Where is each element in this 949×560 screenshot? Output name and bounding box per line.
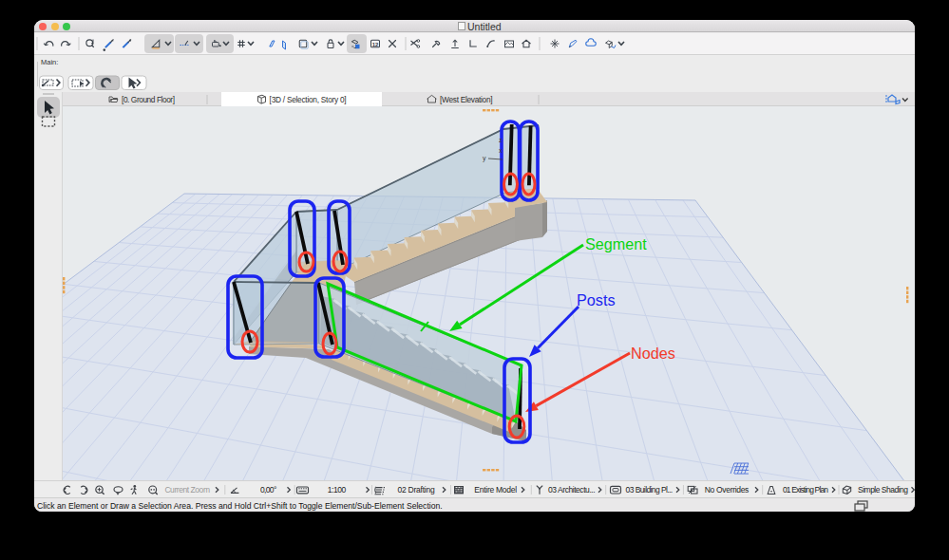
svg-text:Posts: Posts (577, 291, 616, 308)
svg-text:[3D / Selection, Story 0]: [3D / Selection, Story 0] (270, 95, 347, 104)
svg-text:[West Elevation]: [West Elevation] (440, 95, 493, 104)
svg-text:Main:: Main: (41, 58, 58, 66)
svg-text:y: y (483, 155, 486, 162)
svg-text:Entire Model: Entire Model (474, 485, 517, 495)
svg-text:No Overrides: No Overrides (705, 485, 750, 495)
svg-text:Simple Shading: Simple Shading (858, 485, 908, 495)
svg-text:1:100: 1:100 (328, 485, 347, 495)
svg-text:x: x (499, 147, 503, 154)
svg-text:[0. Ground Floor]: [0. Ground Floor] (122, 95, 175, 104)
svg-text:z: z (499, 137, 503, 143)
svg-text:Current Zoom: Current Zoom (164, 485, 210, 495)
svg-text:Nodes: Nodes (631, 345, 675, 362)
svg-text:12: 12 (372, 42, 379, 47)
svg-text:Segment: Segment (585, 235, 647, 252)
svg-text:0,00°: 0,00° (260, 485, 276, 495)
svg-text:03 Building Pl...: 03 Building Pl... (626, 485, 674, 495)
svg-text:03 Architectu...: 03 Architectu... (548, 485, 596, 495)
svg-text:01 Existing Plan: 01 Existing Plan (783, 485, 828, 495)
svg-text:02 Drafting: 02 Drafting (397, 485, 435, 495)
